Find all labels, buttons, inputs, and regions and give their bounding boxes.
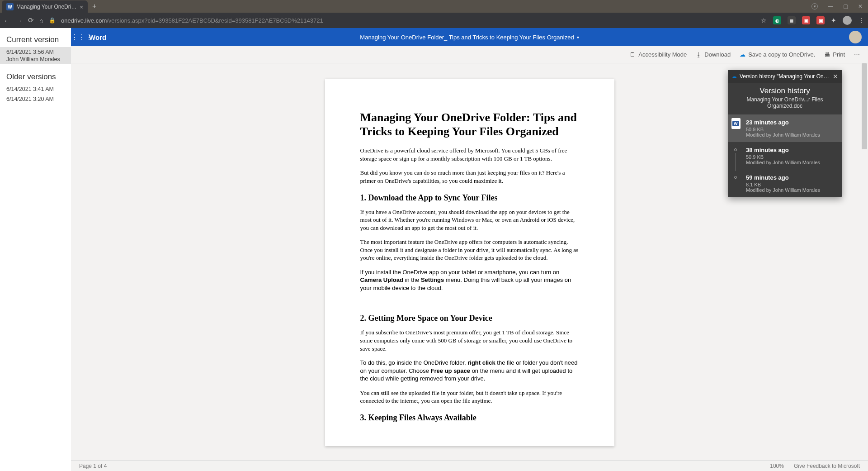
zoom-indicator[interactable]: 100% xyxy=(770,463,784,469)
version-history-subtitle: Managing Your OneDriv...r Files Organize… xyxy=(728,96,842,114)
word-brand[interactable]: Word xyxy=(89,33,106,41)
accessibility-icon: 🗒 xyxy=(630,51,636,58)
version-history-header: ☁ Version history "Managing Your OneDriv… xyxy=(728,70,842,83)
doc-paragraph: But did you know you can do so much more… xyxy=(360,169,579,185)
print-button[interactable]: 🖶Print xyxy=(824,51,845,58)
version-time: 59 minutes ago xyxy=(746,174,836,181)
doc-paragraph: If you install the OneDrive app on your … xyxy=(360,268,579,292)
doc-paragraph: If you subscribe to OneDrive's most prem… xyxy=(360,328,579,352)
version-entry[interactable]: 38 minutes ago 50.9 KB Modified by John … xyxy=(728,142,842,170)
close-tab-icon[interactable]: × xyxy=(80,4,83,10)
timeline-dot-icon xyxy=(734,148,737,151)
browser-addressbar: ← → ⟳ ⌂ 🔒 onedrive.live.com/versions.asp… xyxy=(0,13,868,28)
version-modified-by: Modified by John William Morales xyxy=(746,187,836,193)
extensions-icon[interactable]: ✦ xyxy=(831,17,836,24)
profile-avatar[interactable] xyxy=(843,16,852,25)
version-timestamp: 6/14/2021 3:41 AM xyxy=(6,86,54,92)
doc-paragraph: You can still see the uploaded file in y… xyxy=(360,389,579,405)
document-canvas: Managing Your OneDrive Folder: Tips and … xyxy=(71,63,868,460)
browser-menu-icon[interactable]: ⋮ xyxy=(858,17,864,24)
account-icon[interactable]: ▾ xyxy=(811,3,818,10)
chevron-down-icon: ▾ xyxy=(577,35,579,40)
doc-paragraph: OneDrive is a powerful cloud service off… xyxy=(360,147,579,162)
extension-icon-2[interactable]: ◼ xyxy=(788,16,796,24)
new-tab-button[interactable]: + xyxy=(92,2,96,10)
scrollbar-thumb[interactable] xyxy=(862,63,867,149)
doc-heading-1: Managing Your OneDrive Folder: Tips and … xyxy=(360,110,579,138)
url-text[interactable]: onedrive.live.com/versions.aspx?cid=3935… xyxy=(61,17,755,24)
word-online-frame: ⋮⋮⋮ Word Managing Your OneDrive Folder_ … xyxy=(71,28,868,471)
current-version-heading: Current version xyxy=(0,33,71,47)
cloud-icon: ☁ xyxy=(731,73,737,80)
version-entry[interactable]: 23 minutes ago 50.9 KB Modified by John … xyxy=(728,114,842,142)
lock-icon[interactable]: 🔒 xyxy=(49,17,56,24)
document-title[interactable]: Managing Your OneDrive Folder_ Tips and … xyxy=(360,34,579,41)
ribbon-bar: 🗒Accessibility Mode ⭳Download ☁Save a co… xyxy=(71,46,868,63)
doc-paragraph: To do this, go inside the OneDrive folde… xyxy=(360,359,579,383)
version-modified-by: Modified by John William Morales xyxy=(746,132,836,138)
word-doc-icon xyxy=(731,118,741,129)
version-time: 38 minutes ago xyxy=(746,147,836,153)
version-size: 50.9 KB xyxy=(746,154,836,160)
older-version-item[interactable]: 6/14/2021 3:41 AM xyxy=(0,84,71,94)
version-timestamp: 6/14/2021 3:20 AM xyxy=(6,96,54,102)
version-history-title: Version history xyxy=(728,83,842,96)
document-page: Managing Your OneDrive Folder: Tips and … xyxy=(325,79,614,446)
cloud-icon: ☁ xyxy=(740,51,745,58)
tab-title: Managing Your OneDrive Folder... xyxy=(16,4,77,10)
feedback-link[interactable]: Give Feedback to Microsoft xyxy=(794,463,860,469)
extension-icons: ☆ ◐ ◼ ▣ ▣ ✦ ⋮ xyxy=(761,16,864,25)
print-icon: 🖶 xyxy=(824,51,830,58)
timeline-dot-icon xyxy=(734,176,737,179)
minimize-icon[interactable]: — xyxy=(828,3,833,10)
versions-sidebar: Current version 6/14/2021 3:56 AM John W… xyxy=(0,28,71,471)
version-author: John William Morales xyxy=(6,56,65,62)
app-launcher-icon[interactable]: ⋮⋮⋮ xyxy=(71,33,89,42)
close-window-icon[interactable]: ✕ xyxy=(858,3,863,10)
version-time: 23 minutes ago xyxy=(746,119,836,126)
doc-paragraph: If you have a OneDrive account, you shou… xyxy=(360,208,579,232)
version-history-panel: ☁ Version history "Managing Your OneDriv… xyxy=(728,70,842,197)
forward-icon[interactable]: → xyxy=(16,17,23,24)
more-options-button[interactable]: ⋯ xyxy=(854,51,860,58)
older-version-item[interactable]: 6/14/2021 3:20 AM xyxy=(0,94,71,104)
bookmark-icon[interactable]: ☆ xyxy=(761,17,767,24)
doc-heading-2: 1. Download the App to Sync Your Files xyxy=(360,193,579,203)
doc-heading-2: 3. Keeping Files Always Available xyxy=(360,413,579,423)
word-favicon: W xyxy=(6,3,14,10)
back-icon[interactable]: ← xyxy=(4,17,10,24)
download-icon: ⭳ xyxy=(696,51,702,58)
status-bar: Page 1 of 4 100% Give Feedback to Micros… xyxy=(71,460,868,471)
browser-tab[interactable]: W Managing Your OneDrive Folder... × xyxy=(2,0,88,13)
accessibility-mode-button[interactable]: 🗒Accessibility Mode xyxy=(630,51,687,58)
version-size: 8.1 KB xyxy=(746,182,836,187)
user-avatar[interactable] xyxy=(849,31,862,43)
download-button[interactable]: ⭳Download xyxy=(696,51,731,58)
version-modified-by: Modified by John William Morales xyxy=(746,160,836,165)
reload-icon[interactable]: ⟳ xyxy=(28,16,34,24)
home-icon[interactable]: ⌂ xyxy=(39,17,43,24)
save-copy-button[interactable]: ☁Save a copy to OneDrive. xyxy=(740,51,815,58)
browser-titlebar: W Managing Your OneDrive Folder... × + ▾… xyxy=(0,0,868,13)
extension-icon-1[interactable]: ◐ xyxy=(773,16,781,24)
version-timestamp: 6/14/2021 3:56 AM xyxy=(6,49,54,55)
vertical-scrollbar[interactable] xyxy=(861,63,868,460)
version-entry[interactable]: 59 minutes ago 8.1 KB Modified by John W… xyxy=(728,170,842,197)
close-icon[interactable]: ✕ xyxy=(830,73,838,80)
window-controls: ▾ — ▢ ✕ xyxy=(811,3,868,10)
extension-icon-3[interactable]: ▣ xyxy=(802,16,810,24)
word-header: ⋮⋮⋮ Word Managing Your OneDrive Folder_ … xyxy=(71,28,868,46)
maximize-icon[interactable]: ▢ xyxy=(843,3,848,10)
version-history-header-text: Version history "Managing Your OneDrive … xyxy=(740,73,830,80)
older-versions-heading: Older versions xyxy=(0,71,71,84)
version-size: 50.9 KB xyxy=(746,127,836,132)
page-indicator[interactable]: Page 1 of 4 xyxy=(79,463,107,469)
main-region: Current version 6/14/2021 3:56 AM John W… xyxy=(0,28,868,471)
doc-paragraph: The most important feature the OneDrive … xyxy=(360,238,579,262)
current-version-item[interactable]: 6/14/2021 3:56 AM John William Morales xyxy=(0,47,71,64)
timeline-line xyxy=(735,153,736,171)
doc-heading-2: 2. Getting More Space on Your Device xyxy=(360,314,579,323)
extension-icon-4[interactable]: ▣ xyxy=(816,16,825,24)
